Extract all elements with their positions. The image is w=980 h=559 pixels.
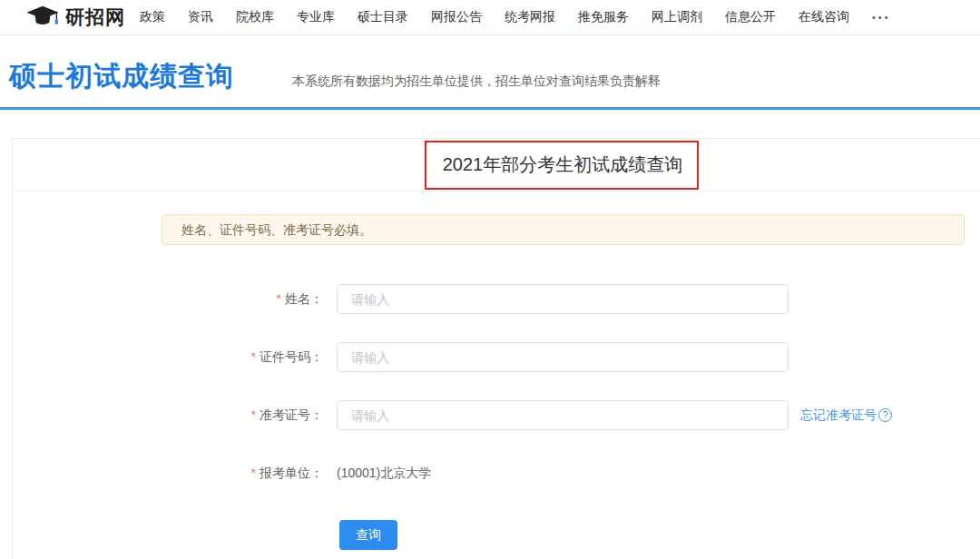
forgot-admission-ticket-link[interactable]: 忘记准考证号? (800, 400, 892, 430)
required-marker: * (251, 466, 256, 480)
required-marker: * (251, 349, 256, 364)
query-button[interactable]: 查询 (339, 520, 397, 550)
nav-item-college-library[interactable]: 院校库 (236, 9, 274, 25)
required-marker: * (277, 291, 281, 306)
top-nav-bar: 研招网 政策 资讯 院校库 专业库 硕士目录 网报公告 统考网报 推免服务 网上… (0, 0, 980, 35)
id-number-input[interactable] (337, 342, 789, 372)
institution-value: (10001)北京大学 (337, 458, 431, 488)
nav-item-info-disclosure[interactable]: 信息公开 (725, 9, 776, 25)
name-label: *姓名： (13, 284, 323, 314)
nav-item-news[interactable]: 资讯 (188, 9, 213, 25)
question-circle-icon: ? (878, 408, 892, 422)
nav-item-online-report-notice[interactable]: 网报公告 (431, 9, 482, 25)
logo-text: 研招网 (65, 5, 125, 30)
required-fields-alert: 姓名、证件号码、准考证号必填。 (162, 214, 965, 245)
admission-ticket-label: *准考证号： (13, 400, 323, 430)
card-title: 2021年部分考生初试成绩查询 (443, 152, 683, 177)
page-subtitle: 本系统所有数据均为招生单位提供，招生单位对查询结果负责解释 (292, 74, 661, 90)
score-query-card: 2021年部分考生初试成绩查询 姓名、证件号码、准考证号必填。 *姓名： *证件… (12, 138, 980, 559)
graduation-cap-icon (25, 5, 60, 29)
form-row-admission-ticket: *准考证号： 忘记准考证号? (13, 400, 980, 430)
institution-label: *报考单位： (13, 458, 323, 488)
form-row-institution: *报考单位： (10001)北京大学 (13, 458, 980, 488)
name-input[interactable] (337, 284, 789, 314)
card-title-bar: 2021年部分考生初试成绩查询 (13, 139, 980, 191)
nav-item-unified-exam-report[interactable]: 统考网报 (505, 9, 555, 25)
main-nav: 政策 资讯 院校库 专业库 硕士目录 网报公告 统考网报 推免服务 网上调剂 信… (140, 9, 891, 25)
page-title: 硕士初试成绩查询 (9, 58, 234, 95)
nav-item-policy[interactable]: 政策 (140, 9, 165, 25)
nav-item-exempt-service[interactable]: 推免服务 (578, 9, 629, 25)
blue-divider (0, 107, 980, 110)
nav-item-online-adjustment[interactable]: 网上调剂 (652, 9, 702, 25)
form-row-name: *姓名： (13, 284, 980, 314)
nav-item-online-consult[interactable]: 在线咨询 (799, 9, 849, 25)
site-logo[interactable]: 研招网 (25, 5, 125, 30)
nav-item-master-catalog[interactable]: 硕士目录 (358, 9, 408, 25)
query-form: *姓名： *证件号码： *准考证号： 忘记准考证号? (13, 284, 980, 550)
nav-more-ellipsis-icon[interactable]: ••• (872, 12, 891, 23)
required-marker: * (251, 407, 256, 422)
form-row-id-number: *证件号码： (13, 342, 980, 372)
nav-item-major-library[interactable]: 专业库 (297, 9, 335, 25)
admission-ticket-input[interactable] (337, 400, 789, 430)
id-number-label: *证件号码： (13, 342, 323, 372)
